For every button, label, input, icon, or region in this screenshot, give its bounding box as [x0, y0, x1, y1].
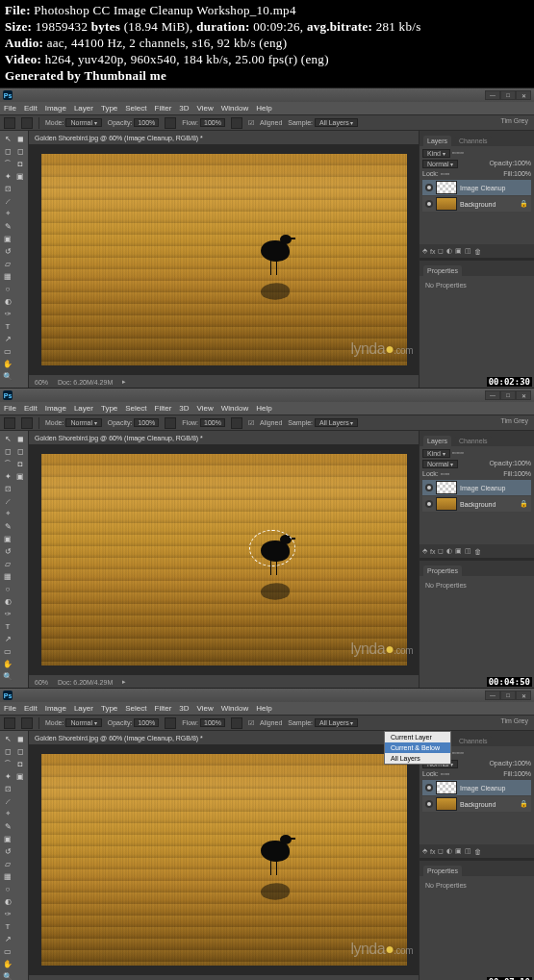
menu-type[interactable]: Type — [101, 404, 117, 413]
titlebar[interactable]: Ps — □ ✕ — [0, 88, 534, 102]
lasso-tool-icon[interactable]: ⌒ — [2, 758, 13, 769]
dodge-tool-icon[interactable]: ◐ — [2, 895, 13, 907]
stamp-tool-icon[interactable]: ▣ — [2, 533, 13, 544]
adjustment-icon[interactable]: ◐ — [446, 247, 452, 255]
mode-dropdown[interactable]: Normal — [65, 118, 101, 127]
quickmask-icon[interactable]: ◘ — [14, 158, 26, 169]
dropdown-item-below[interactable]: Current & Below — [385, 742, 450, 753]
dropdown-item-current[interactable]: Current Layer — [385, 732, 450, 742]
new-layer-icon[interactable]: ◫ — [465, 547, 471, 555]
menu-image[interactable]: Image — [45, 704, 66, 713]
menu-select[interactable]: Select — [125, 104, 146, 113]
blur-tool-icon[interactable]: ○ — [2, 283, 13, 294]
menu-view[interactable]: View — [197, 404, 214, 413]
minimize-button[interactable]: — — [485, 691, 500, 700]
marquee-tool-icon[interactable]: ◻ — [2, 145, 13, 157]
trash-icon[interactable]: 🗑 — [474, 848, 481, 855]
foreground-color-icon[interactable]: ◼ — [14, 433, 26, 444]
menu-help[interactable]: Help — [256, 704, 271, 713]
menu-help[interactable]: Help — [256, 404, 271, 413]
stamp-tool-icon[interactable]: ▣ — [2, 233, 13, 244]
layer-filter-kind[interactable]: Kind — [422, 449, 450, 458]
layer-fill[interactable]: 100% — [514, 470, 531, 477]
visibility-icon[interactable] — [425, 800, 433, 808]
menu-window[interactable]: Window — [221, 704, 248, 713]
quickmask-icon[interactable]: ◘ — [14, 758, 26, 769]
menu-image[interactable]: Image — [45, 104, 66, 113]
brush-tool-icon[interactable]: ✎ — [2, 520, 13, 532]
mode-dropdown[interactable]: Normal — [65, 418, 101, 427]
pressure-opacity-icon[interactable] — [165, 717, 176, 729]
mask-icon[interactable]: ◻ — [438, 847, 444, 855]
sample-dropdown[interactable]: All Layers — [315, 418, 358, 427]
hand-tool-icon[interactable]: ✋ — [2, 958, 13, 969]
minimize-button[interactable]: — — [485, 390, 500, 400]
channels-tab[interactable]: Channels — [455, 136, 492, 146]
blend-mode[interactable]: Normal — [422, 160, 458, 168]
close-button[interactable]: ✕ — [516, 691, 531, 700]
history-brush-tool-icon[interactable]: ↺ — [2, 245, 13, 257]
menu-filter[interactable]: Filter — [155, 704, 172, 713]
layer-opacity[interactable]: 100% — [514, 460, 531, 466]
maximize-button[interactable]: □ — [500, 90, 516, 100]
group-icon[interactable]: ▣ — [455, 847, 462, 855]
background-color-icon[interactable]: ◻ — [14, 145, 26, 157]
zoom-tool-icon[interactable]: 🔍 — [2, 370, 13, 382]
mask-icon[interactable]: ◻ — [438, 547, 444, 555]
menu-edit[interactable]: Edit — [24, 104, 38, 113]
pressure-opacity-icon[interactable] — [165, 417, 176, 429]
zoom-level[interactable]: 60% — [35, 679, 48, 686]
hand-tool-icon[interactable]: ✋ — [2, 358, 13, 369]
marquee-tool-icon[interactable]: ◻ — [2, 445, 13, 457]
stamp-tool-icon[interactable]: ▣ — [2, 833, 13, 844]
pen-tool-icon[interactable]: ✑ — [2, 608, 13, 619]
layer-thumbnail[interactable] — [436, 781, 457, 794]
mode-dropdown[interactable]: Normal — [65, 718, 101, 727]
layer-row-cleanup[interactable]: Image Cleanup — [422, 780, 531, 795]
titlebar[interactable]: Ps — □ ✕ — [0, 689, 534, 702]
close-button[interactable]: ✕ — [516, 390, 531, 400]
brush-preset-icon[interactable] — [21, 417, 33, 429]
crop-tool-icon[interactable]: ⊡ — [2, 783, 13, 794]
link-icon[interactable]: ⬘ — [422, 247, 427, 255]
layer-thumbnail[interactable] — [436, 481, 457, 494]
menu-image[interactable]: Image — [45, 404, 66, 413]
move-tool-icon[interactable]: ↖ — [2, 133, 13, 144]
eraser-tool-icon[interactable]: ▱ — [2, 258, 13, 269]
menu-type[interactable]: Type — [101, 704, 117, 713]
menu-window[interactable]: Window — [221, 104, 248, 113]
lasso-tool-icon[interactable]: ⌒ — [2, 458, 13, 469]
heal-tool-icon[interactable]: ⌖ — [2, 208, 13, 219]
properties-tab[interactable]: Properties — [423, 866, 462, 876]
crop-tool-icon[interactable]: ⊡ — [2, 483, 13, 494]
aligned-checkbox[interactable]: Aligned — [260, 119, 282, 126]
menu-3d[interactable]: 3D — [179, 104, 189, 113]
menu-edit[interactable]: Edit — [24, 404, 38, 413]
type-tool-icon[interactable]: T — [2, 320, 13, 332]
wand-tool-icon[interactable]: ✦ — [2, 470, 13, 482]
visibility-icon[interactable] — [425, 184, 433, 191]
adjustment-icon[interactable]: ◐ — [446, 547, 452, 555]
type-tool-icon[interactable]: T — [2, 620, 13, 632]
menu-view[interactable]: View — [197, 104, 214, 113]
pen-tool-icon[interactable]: ✑ — [2, 908, 13, 919]
link-icon[interactable]: ⬘ — [422, 847, 427, 855]
blur-tool-icon[interactable]: ○ — [2, 883, 13, 894]
aligned-checkbox[interactable]: Aligned — [260, 419, 282, 426]
brush-tool-icon[interactable]: ✎ — [2, 820, 13, 832]
screenmode-icon[interactable]: ▣ — [14, 470, 26, 482]
fx-icon[interactable]: fx — [430, 248, 435, 255]
layer-fill[interactable]: 100% — [514, 170, 531, 177]
canvas[interactable]: lynda●.com — [31, 146, 417, 373]
sample-dropdown[interactable]: All Layers — [315, 118, 358, 127]
lasso-tool-icon[interactable]: ⌒ — [2, 158, 13, 169]
shape-tool-icon[interactable]: ▭ — [2, 945, 13, 957]
menu-file[interactable]: File — [4, 404, 16, 413]
fx-icon[interactable]: fx — [430, 548, 435, 555]
document-tab[interactable]: Golden Shorebird.jpg @ 60% (Image Cleanu… — [29, 431, 419, 444]
marquee-tool-icon[interactable]: ◻ — [2, 745, 13, 757]
eraser-tool-icon[interactable]: ▱ — [2, 858, 13, 869]
zoom-tool-icon[interactable]: 🔍 — [2, 970, 13, 980]
canvas[interactable]: lynda●.com — [31, 446, 417, 673]
menu-layer[interactable]: Layer — [74, 104, 93, 113]
